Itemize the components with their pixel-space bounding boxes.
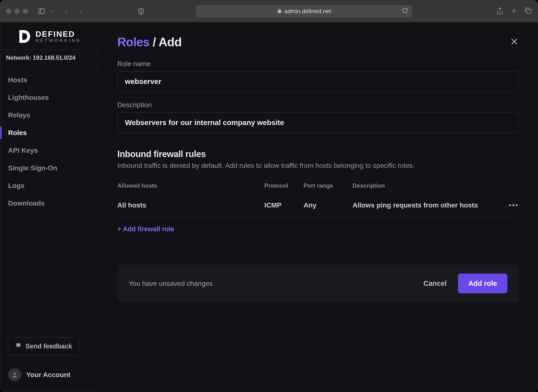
address-bar[interactable]: admin.defined.net <box>196 5 412 17</box>
col-allowed-hosts: Allowed hosts <box>117 182 264 189</box>
sidebar-item-roles[interactable]: Roles <box>0 124 98 142</box>
add-firewall-rule-link[interactable]: + Add firewall rule <box>117 225 174 233</box>
sidebar-item-logs[interactable]: Logs <box>0 177 98 195</box>
sidebar-item-downloads[interactable]: Downloads <box>0 195 98 212</box>
brand-name: DEFINED <box>36 30 81 38</box>
privacy-shield-icon[interactable] <box>136 6 146 16</box>
action-bar: You have unsaved changes Cancel Add role <box>117 265 519 302</box>
firewall-rule-row[interactable]: All hosts ICMP Any Allows ping requests … <box>117 194 519 217</box>
close-button[interactable] <box>510 37 519 47</box>
col-description: Description <box>353 182 499 189</box>
sidebar-nav: Hosts Lighthouses Relays Roles API Keys … <box>0 66 98 332</box>
lock-icon <box>277 8 282 15</box>
firewall-table: Allowed hosts Protocol Port range Descri… <box>117 177 519 217</box>
firewall-section-title: Inbound firewall rules <box>117 149 519 159</box>
window-zoom-button[interactable] <box>23 9 28 14</box>
brand-logo[interactable]: DEFINED NETWORKING <box>0 22 98 50</box>
logo-mark-icon <box>17 29 31 44</box>
unsaved-changes-text: You have unsaved changes <box>129 280 213 288</box>
breadcrumb-root[interactable]: Roles <box>117 35 149 49</box>
share-icon[interactable] <box>496 7 503 15</box>
description-label: Description <box>117 101 519 109</box>
col-port-range: Port range <box>304 182 353 189</box>
breadcrumb-separator: / <box>149 35 159 49</box>
rule-protocol: ICMP <box>264 201 304 209</box>
tabs-icon[interactable] <box>525 7 532 15</box>
chat-icon <box>15 342 22 350</box>
new-tab-icon[interactable] <box>510 7 518 15</box>
send-feedback-button[interactable]: Send feedback <box>8 337 79 356</box>
network-info[interactable]: Network: 192.168.51.0/24 <box>0 50 98 66</box>
role-name-label: Role name <box>117 60 519 68</box>
window-minimize-button[interactable] <box>14 9 20 14</box>
sidebar-item-relays[interactable]: Relays <box>0 106 98 124</box>
forward-button[interactable] <box>75 6 85 16</box>
refresh-icon[interactable] <box>402 8 408 15</box>
rule-allowed-hosts: All hosts <box>117 201 264 209</box>
add-role-button[interactable]: Add role <box>458 274 507 293</box>
svg-rect-6 <box>527 9 531 13</box>
rule-description: Allows ping requests from other hosts <box>353 201 499 209</box>
brand-subtitle: NETWORKING <box>36 38 81 43</box>
description-input[interactable] <box>117 112 519 133</box>
col-protocol: Protocol <box>264 182 304 189</box>
page-title: Roles / Add <box>117 35 182 49</box>
account-label: Your Account <box>26 371 70 379</box>
sidebar-toggle-icon[interactable] <box>37 6 47 16</box>
chevron-down-icon[interactable] <box>47 6 57 16</box>
firewall-table-header: Allowed hosts Protocol Port range Descri… <box>117 177 519 194</box>
sidebar-item-hosts[interactable]: Hosts <box>0 71 98 89</box>
firewall-section-desc: Inbound traffic is denied by default. Ad… <box>117 162 519 170</box>
url-text: admin.defined.net <box>284 8 331 15</box>
back-button[interactable] <box>61 6 71 16</box>
sidebar-item-sso[interactable]: Single Sign-On <box>0 159 98 177</box>
feedback-label: Send feedback <box>25 343 72 350</box>
sidebar: DEFINED NETWORKING Network: 192.168.51.0… <box>0 22 98 392</box>
window-close-button[interactable] <box>6 9 11 14</box>
sidebar-item-lighthouses[interactable]: Lighthouses <box>0 89 98 106</box>
main-content: Roles / Add Role name Description Inboun… <box>98 22 538 392</box>
account-footer[interactable]: Your Account <box>0 360 98 392</box>
avatar <box>8 368 21 381</box>
cancel-button[interactable]: Cancel <box>423 279 447 288</box>
window-controls <box>6 9 28 14</box>
sidebar-item-api-keys[interactable]: API Keys <box>0 142 98 159</box>
rule-port-range: Any <box>304 201 353 209</box>
role-name-input[interactable] <box>117 71 519 92</box>
svg-rect-0 <box>39 9 45 14</box>
breadcrumb-current: Add <box>159 35 182 49</box>
svg-point-7 <box>13 372 16 375</box>
rule-actions-menu[interactable]: ••• <box>499 201 519 209</box>
browser-toolbar: admin.defined.net <box>0 0 538 22</box>
